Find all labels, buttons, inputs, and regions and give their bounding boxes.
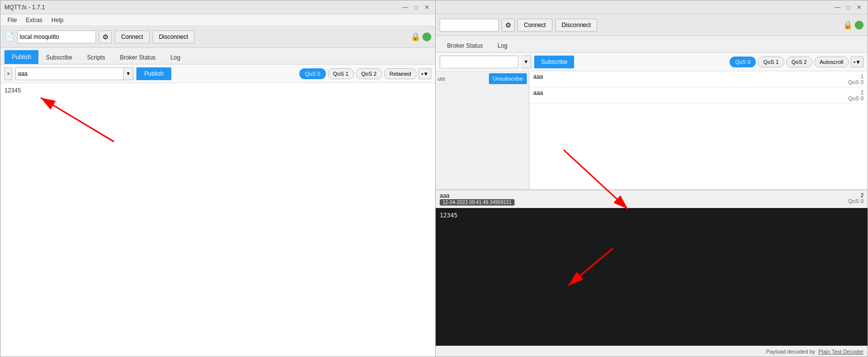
right-qos2-button[interactable]: QoS 2 [786, 57, 812, 67]
tab-scripts[interactable]: Scripts [80, 51, 113, 64]
svg-line-3 [564, 150, 628, 189]
folder-icon: 📄 [4, 32, 14, 41]
menu-bar: File Extras Help [0, 14, 435, 26]
subscribe-topic-input[interactable] [440, 56, 518, 68]
toolbar-right: 🔒 [411, 32, 431, 41]
app-title: MQTT.fx - 1.7.1 [4, 4, 45, 11]
detail-right: 2 QoS 0 [848, 192, 864, 206]
disconnect-button[interactable]: Disconnect [153, 30, 194, 43]
right-qos1-button[interactable]: QoS 1 [758, 57, 784, 67]
sub-attr-label: ute [438, 76, 445, 82]
message-row-right-2: 2 QoS 0 [848, 89, 864, 101]
detail-meta-row: 12-04-2023 09:41:49.34909151 [440, 199, 514, 206]
status-label: Payload decoded by Plain Text Decoder [766, 349, 864, 355]
window-controls: — □ ✕ [401, 3, 431, 12]
subscribe-button[interactable]: Subscribe [534, 56, 574, 68]
title-bar: MQTT.fx - 1.7.1 — □ ✕ [0, 0, 435, 14]
more-options-button[interactable]: •▼ [418, 68, 431, 79]
unsubscribe-button[interactable]: Unsubscribe [489, 73, 527, 84]
left-tabs: Publish Subscribe Scripts Broker Status … [0, 48, 435, 64]
tab-subscribe[interactable]: Subscribe [38, 51, 79, 64]
right-settings-button[interactable]: ⚙ [502, 19, 514, 31]
menu-file[interactable]: File [3, 16, 21, 25]
retained-button[interactable]: Retained [384, 68, 417, 79]
payload-area: 12345 [436, 208, 868, 346]
right-toolbar: ⚙ Connect Disconnect 🔒 [436, 14, 868, 36]
right-window: — □ ✕ ⚙ Connect Disconnect 🔒 Broker Stat… [436, 0, 868, 357]
right-more-button[interactable]: •▼ [851, 57, 864, 67]
qos1-button[interactable]: QoS 1 [328, 68, 354, 79]
right-minimize-button[interactable]: — [833, 3, 842, 12]
table-row[interactable]: aaa 1 QoS 0 [529, 71, 868, 88]
autoscroll-button[interactable]: Autoscroll [814, 57, 849, 67]
detail-timestamp: 12-04-2023 09:41:49.34909151 [440, 199, 514, 206]
maximize-button[interactable]: □ [412, 3, 420, 12]
connection-status-dot [422, 32, 431, 41]
message-num-1: 1 [848, 73, 864, 79]
right-maximize-button[interactable]: □ [844, 3, 853, 12]
message-qos-2: QoS 0 [848, 95, 864, 101]
right-qos0-button[interactable]: QoS 0 [730, 57, 756, 67]
right-tab-log[interactable]: Log [490, 39, 515, 52]
publish-content-area: 12345 [0, 83, 435, 357]
message-row-right: 1 QoS 0 [848, 73, 864, 85]
right-arrow-annotation [534, 140, 682, 189]
subscribe-content: ute Unsubscribe aaa 1 QoS 0 [436, 71, 868, 357]
decoder-link[interactable]: Plain Text Decoder [818, 349, 864, 355]
right-window-controls: — □ ✕ [833, 3, 864, 12]
publish-button[interactable]: Publish [136, 67, 171, 80]
connect-button[interactable]: Connect [115, 30, 150, 43]
left-toolbar: 📄 ⚙ Connect Disconnect 🔒 [0, 26, 435, 48]
close-button[interactable]: ✕ [422, 3, 431, 12]
right-broker-input[interactable] [440, 19, 499, 31]
expand-button[interactable]: » [4, 67, 12, 80]
lock-icon: 🔒 [411, 32, 420, 41]
topic-input[interactable] [15, 67, 124, 80]
message-list: aaa 1 QoS 0 aaa 2 QoS 0 [529, 71, 868, 189]
message-row-left: aaa [533, 73, 543, 80]
right-lock-icon: 🔒 [843, 20, 853, 30]
svg-line-1 [41, 98, 114, 142]
detail-topic: aaa [440, 192, 514, 199]
menu-extras[interactable]: Extras [22, 16, 46, 25]
message-topic-1: aaa [533, 73, 543, 80]
detail-header: aaa 12-04-2023 09:41:49.34909151 2 QoS 0 [436, 190, 868, 208]
right-close-button[interactable]: ✕ [855, 3, 864, 12]
message-detail-section: aaa 12-04-2023 09:41:49.34909151 2 QoS 0… [436, 189, 868, 346]
message-num-2: 2 [848, 89, 864, 95]
subscribe-topic-dropdown[interactable]: ▼ [521, 56, 531, 68]
topic-wrapper: ▼ [15, 67, 133, 80]
subscribe-toolbar: ▼ Subscribe QoS 0 QoS 1 QoS 2 Autoscroll… [436, 53, 868, 71]
qos0-button[interactable]: QoS 0 [299, 68, 325, 79]
detail-info: aaa 12-04-2023 09:41:49.34909151 [440, 192, 514, 206]
left-window: MQTT.fx - 1.7.1 — □ ✕ File Extras Help 📄… [0, 0, 436, 357]
message-row-left-2: aaa [533, 89, 543, 96]
message-topic-2: aaa [533, 89, 543, 96]
detail-num: 2 [848, 192, 864, 198]
publish-message: 12345 [4, 87, 431, 94]
status-bar: Payload decoded by Plain Text Decoder [436, 346, 868, 357]
broker-input[interactable] [17, 30, 96, 43]
qos2-button[interactable]: QoS 2 [356, 68, 382, 79]
minimize-button[interactable]: — [401, 3, 410, 12]
right-status-dot [855, 21, 864, 30]
right-tabs: Broker Status Log [436, 36, 868, 53]
tab-log[interactable]: Log [163, 51, 188, 64]
sub-item-aaa: ute Unsubscribe [438, 73, 527, 84]
subscription-list: ute Unsubscribe [436, 71, 529, 189]
publish-toolbar: » ▼ Publish QoS 0 QoS 1 QoS 2 Retained •… [0, 64, 435, 83]
right-toolbar-right: 🔒 [843, 20, 864, 30]
tab-publish[interactable]: Publish [4, 50, 38, 64]
tab-broker-status[interactable]: Broker Status [112, 51, 163, 64]
right-disconnect-button[interactable]: Disconnect [555, 19, 597, 31]
right-tab-broker-status[interactable]: Broker Status [440, 39, 490, 52]
payload-content: 12345 [440, 212, 457, 219]
right-qos-group: QoS 0 QoS 1 QoS 2 Autoscroll •▼ [730, 57, 864, 67]
right-title-bar: — □ ✕ [436, 0, 868, 14]
topic-dropdown-button[interactable]: ▼ [124, 67, 133, 80]
message-qos-1: QoS 0 [848, 79, 864, 85]
table-row[interactable]: aaa 2 QoS 0 [529, 88, 868, 104]
menu-help[interactable]: Help [47, 16, 67, 25]
right-connect-button[interactable]: Connect [517, 19, 552, 31]
settings-button[interactable]: ⚙ [99, 30, 112, 43]
